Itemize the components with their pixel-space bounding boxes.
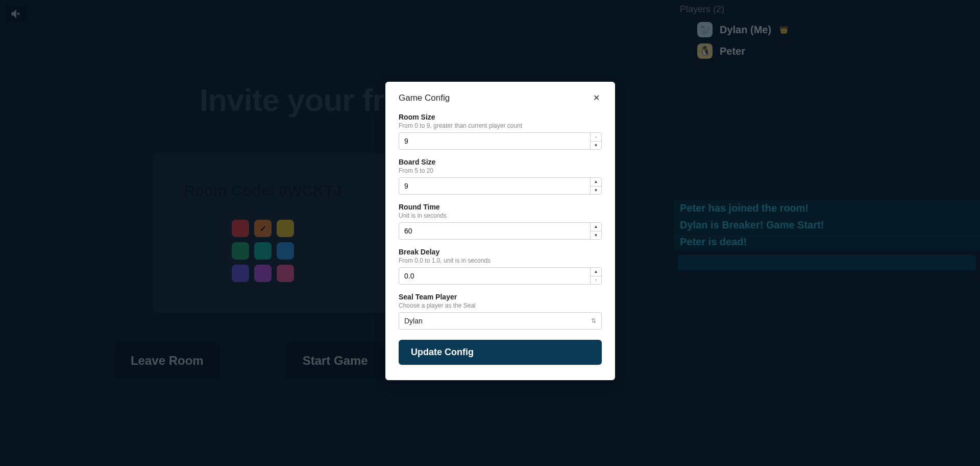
field-label: Board Size [399,158,602,166]
field-label: Seal Team Player [399,293,602,301]
update-config-button[interactable]: Update Config [399,340,602,365]
roomSize-input[interactable] [399,133,590,149]
modal-title: Game Config [399,93,450,103]
roundTime-input[interactable] [399,223,590,239]
number-input-roundTime: ▲ ▼ [399,222,602,240]
seal-player-select[interactable]: Dylan ⇅ [399,312,602,330]
step-up-icon[interactable]: ▲ [591,223,601,231]
boardSize-input[interactable] [399,178,590,194]
field-help: Choose a player as the Seal [399,302,602,309]
spinner: ▲ ▼ [590,178,601,194]
form-group-sealPlayer: Seal Team Player Choose a player as the … [399,293,602,330]
step-up-icon[interactable]: ▲ [591,268,601,276]
step-down-icon[interactable]: ▼ [591,142,601,150]
form-group-roundTime: Round Time Unit is in seconds ▲ ▼ [399,203,602,240]
form-group-boardSize: Board Size From 5 to 20 ▲ ▼ [399,158,602,195]
step-up-icon[interactable]: ▲ [591,178,601,187]
number-input-breakDelay: ▲ ▼ [399,267,602,285]
select-value: Dylan [404,317,423,325]
modal-form: Room Size From 0 to 9, greater than curr… [399,113,602,330]
field-label: Break Delay [399,248,602,256]
step-up-icon: ▲ [591,133,601,142]
field-label: Round Time [399,203,602,211]
field-label: Room Size [399,113,602,121]
step-down-icon: ▼ [591,276,601,285]
breakDelay-input[interactable] [399,268,590,284]
game-config-modal: Game Config ✕ Room Size From 0 to 9, gre… [385,82,615,380]
number-input-roomSize: ▲ ▼ [399,132,602,150]
form-group-breakDelay: Break Delay From 0.0 to 1.0, unit is in … [399,248,602,285]
close-icon[interactable]: ✕ [591,92,602,104]
field-help: From 0 to 9, greater than current player… [399,122,602,129]
spinner: ▲ ▼ [590,133,601,149]
field-help: Unit is in seconds [399,212,602,219]
spinner: ▲ ▼ [590,223,601,239]
spinner: ▲ ▼ [590,268,601,284]
step-down-icon[interactable]: ▼ [591,187,601,195]
field-help: From 0.0 to 1.0, unit is in seconds [399,257,602,264]
field-help: From 5 to 20 [399,167,602,174]
form-group-roomSize: Room Size From 0 to 9, greater than curr… [399,113,602,150]
modal-header: Game Config ✕ [399,92,602,104]
number-input-boardSize: ▲ ▼ [399,177,602,195]
step-down-icon[interactable]: ▼ [591,231,601,240]
chevron-updown-icon: ⇅ [591,318,596,324]
